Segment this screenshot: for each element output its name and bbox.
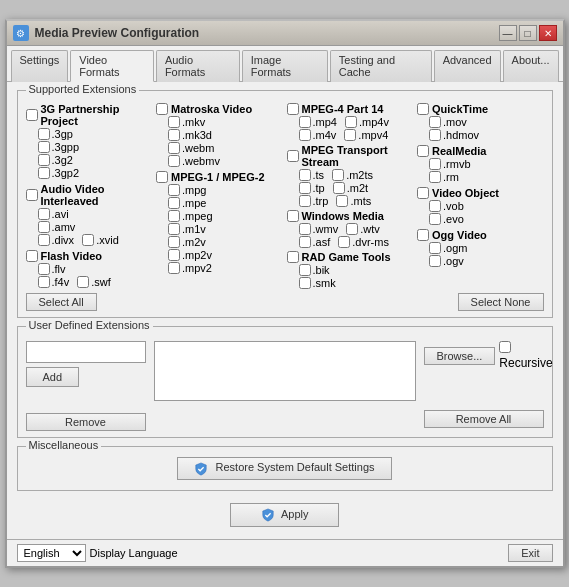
- checkbox-flv[interactable]: [38, 263, 50, 275]
- ext-divx: .divx: [38, 234, 75, 246]
- checkbox-wtv[interactable]: [346, 223, 358, 235]
- checkbox-ogv[interactable]: [429, 255, 441, 267]
- tab-audio-formats[interactable]: Audio Formats: [156, 50, 240, 82]
- checkbox-rm[interactable]: [429, 171, 441, 183]
- checkbox-quicktime-group[interactable]: [417, 103, 429, 115]
- checkbox-mpts-group[interactable]: [287, 150, 299, 162]
- checkbox-3gp-group[interactable]: [26, 109, 38, 121]
- checkbox-mpeg4-group[interactable]: [287, 103, 299, 115]
- restore-defaults-button[interactable]: Restore System Default Settings: [177, 457, 391, 479]
- checkbox-mpe[interactable]: [168, 197, 180, 209]
- checkbox-3gp2[interactable]: [38, 167, 50, 179]
- checkbox-webm[interactable]: [168, 142, 180, 154]
- checkbox-mp4v[interactable]: [345, 116, 357, 128]
- tab-about[interactable]: About...: [503, 50, 559, 82]
- checkbox-m4v[interactable]: [299, 129, 311, 141]
- tab-advanced[interactable]: Advanced: [434, 50, 501, 82]
- remove-button[interactable]: Remove: [26, 413, 146, 431]
- select-none-button[interactable]: Select None: [458, 293, 544, 311]
- tab-testing-cache[interactable]: Testing and Cache: [330, 50, 432, 82]
- checkbox-bik[interactable]: [299, 264, 311, 276]
- ext-mpe: .mpe: [156, 197, 283, 209]
- ext-row-f4v: .f4v .swf: [26, 276, 153, 288]
- ext-mk3d: .mk3d: [156, 129, 283, 141]
- ext-hdmov: .hdmov: [417, 129, 544, 141]
- checkbox-mpv2[interactable]: [168, 262, 180, 274]
- checkbox-mpg[interactable]: [168, 184, 180, 196]
- add-button[interactable]: Add: [26, 367, 80, 387]
- extension-input[interactable]: [26, 341, 146, 363]
- checkbox-rmvb[interactable]: [429, 158, 441, 170]
- checkbox-mpv4[interactable]: [344, 129, 356, 141]
- checkbox-avi[interactable]: [38, 208, 50, 220]
- tab-video-formats[interactable]: Video Formats: [70, 50, 154, 82]
- select-all-button[interactable]: Select All: [26, 293, 97, 311]
- recursive-checkbox[interactable]: [499, 341, 511, 353]
- checkbox-mp2v[interactable]: [168, 249, 180, 261]
- checkbox-mk3d[interactable]: [168, 129, 180, 141]
- checkbox-ogm[interactable]: [429, 242, 441, 254]
- checkbox-3gp[interactable]: [38, 128, 50, 140]
- checkbox-m2v[interactable]: [168, 236, 180, 248]
- browse-button[interactable]: Browse...: [424, 347, 496, 365]
- ext-wmv: .wmv: [299, 223, 339, 235]
- apply-button[interactable]: Apply: [230, 503, 340, 527]
- checkbox-m2ts[interactable]: [332, 169, 344, 181]
- checkbox-mp4[interactable]: [299, 116, 311, 128]
- checkbox-matroska-group[interactable]: [156, 103, 168, 115]
- exit-button[interactable]: Exit: [508, 544, 552, 562]
- checkbox-hdmov[interactable]: [429, 129, 441, 141]
- ext-3g2: .3g2: [26, 154, 153, 166]
- checkbox-flash-group[interactable]: [26, 250, 38, 262]
- close-button[interactable]: ✕: [539, 25, 557, 41]
- checkbox-webmv[interactable]: [168, 155, 180, 167]
- checkbox-vobj-group[interactable]: [417, 187, 429, 199]
- checkbox-ts[interactable]: [299, 169, 311, 181]
- checkbox-mpeg12-group[interactable]: [156, 171, 168, 183]
- checkbox-amv[interactable]: [38, 221, 50, 233]
- checkbox-m2t[interactable]: [333, 182, 345, 194]
- extension-list[interactable]: [154, 341, 416, 401]
- checkbox-wmedia-group[interactable]: [287, 210, 299, 222]
- checkbox-trp[interactable]: [299, 195, 311, 207]
- checkbox-mpeg[interactable]: [168, 210, 180, 222]
- browse-area: Browse... Recursive Remove All: [424, 341, 544, 428]
- maximize-button[interactable]: □: [519, 25, 537, 41]
- checkbox-mts[interactable]: [336, 195, 348, 207]
- checkbox-mov[interactable]: [429, 116, 441, 128]
- ext-xvid: .xvid: [82, 234, 119, 246]
- apply-shield-icon: [261, 508, 275, 522]
- checkbox-3g2[interactable]: [38, 154, 50, 166]
- group-ogg: Ogg Video: [417, 229, 544, 241]
- ext-row-mp4: .mp4 .mp4v: [287, 116, 414, 128]
- checkbox-m1v[interactable]: [168, 223, 180, 235]
- checkbox-divx[interactable]: [38, 234, 50, 246]
- ext-bik: .bik: [287, 264, 414, 276]
- ext-m2ts: .m2ts: [332, 169, 373, 181]
- checkbox-avi-group[interactable]: [26, 189, 38, 201]
- checkbox-wmv[interactable]: [299, 223, 311, 235]
- checkbox-xvid[interactable]: [82, 234, 94, 246]
- checkbox-dvr-ms[interactable]: [338, 236, 350, 248]
- group-avi: Audio Video Interleaved: [26, 183, 153, 207]
- language-select[interactable]: English Deutsch Français Español: [17, 544, 86, 562]
- checkbox-3gpp[interactable]: [38, 141, 50, 153]
- group-matroska: Matroska Video: [156, 103, 283, 115]
- title-bar-controls: — □ ✕: [499, 25, 557, 41]
- checkbox-asf[interactable]: [299, 236, 311, 248]
- ext-row-trp: .trp .mts: [287, 195, 414, 207]
- checkbox-ogg-group[interactable]: [417, 229, 429, 241]
- checkbox-evo[interactable]: [429, 213, 441, 225]
- tab-settings[interactable]: Settings: [11, 50, 69, 82]
- checkbox-swf[interactable]: [77, 276, 89, 288]
- remove-all-button[interactable]: Remove All: [424, 410, 544, 428]
- checkbox-mkv[interactable]: [168, 116, 180, 128]
- checkbox-realmedia-group[interactable]: [417, 145, 429, 157]
- checkbox-vob[interactable]: [429, 200, 441, 212]
- checkbox-f4v[interactable]: [38, 276, 50, 288]
- minimize-button[interactable]: —: [499, 25, 517, 41]
- checkbox-tp[interactable]: [299, 182, 311, 194]
- tab-image-formats[interactable]: Image Formats: [242, 50, 328, 82]
- checkbox-rad-group[interactable]: [287, 251, 299, 263]
- checkbox-smk[interactable]: [299, 277, 311, 289]
